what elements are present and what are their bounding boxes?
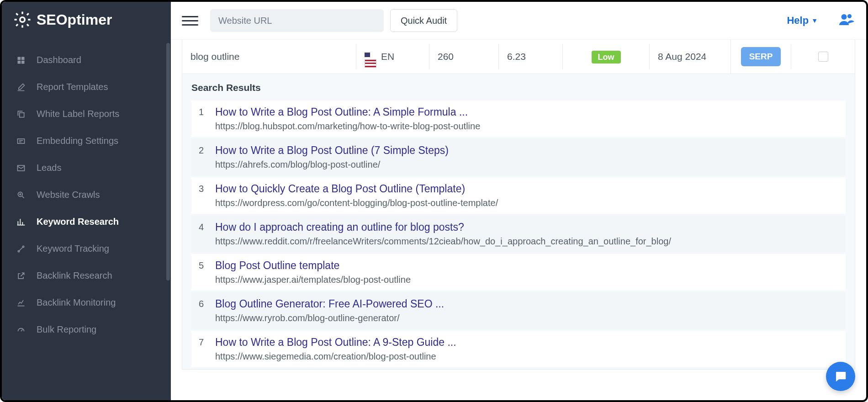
result-rank: 2: [199, 144, 215, 170]
result-title-link[interactable]: How to Write a Blog Post Outline: A 9-St…: [215, 336, 838, 349]
sidebar-item-dashboard[interactable]: Dashboard: [2, 47, 171, 74]
sidebar-item-label: Keyword Tracking: [37, 243, 109, 254]
result-title-link[interactable]: Blog Outline Generator: Free AI-Powered …: [215, 298, 838, 310]
search-result-row: 7How to Write a Blog Post Outline: A 9-S…: [191, 331, 846, 367]
result-rank: 3: [199, 183, 215, 208]
svg-rect-5: [20, 112, 24, 117]
result-rank: 6: [199, 298, 215, 323]
search-result-row: 5Blog Post Outline templatehttps://www.j…: [191, 254, 846, 291]
sidebar-item-bulk-reporting[interactable]: Bulk Reporting: [2, 316, 171, 343]
help-menu[interactable]: Help ▼: [787, 15, 818, 26]
search-results-title: Search Results: [191, 82, 846, 93]
result-url: https://wordpress.com/go/content-bloggin…: [215, 198, 838, 208]
result-rank: 5: [199, 259, 215, 285]
gauge-icon: [15, 325, 27, 334]
result-body: Blog Post Outline templatehttps://www.ja…: [215, 259, 838, 285]
result-body: Blog Outline Generator: Free AI-Powered …: [215, 298, 838, 323]
sidebar-item-label: White Label Reports: [37, 109, 119, 119]
result-body: How to Write a Blog Post Outline: A Simp…: [215, 106, 838, 132]
serp-cell: SERP: [730, 40, 791, 74]
result-title-link[interactable]: How to Write a Blog Post Outline (7 Simp…: [215, 144, 838, 157]
result-url: https://www.siegemedia.com/creation/blog…: [215, 351, 838, 362]
competition-badge: Low: [592, 51, 621, 63]
brand-name: SEOptimer: [37, 11, 112, 28]
sidebar-item-label: Report Templates: [37, 82, 108, 92]
gear-arrows-icon: [13, 10, 32, 29]
search-results-panel: Search Results 1How to Write a Blog Post…: [182, 74, 855, 370]
chat-widget[interactable]: [826, 362, 855, 391]
date-cell: 8 Aug 2024: [649, 44, 730, 69]
result-body: How to Write a Blog Post Outline: A 9-St…: [215, 336, 838, 362]
keyword-row: blog outline EN 260 6.23 Low 8 Aug 2024 …: [182, 40, 855, 74]
sidebar-item-embedding[interactable]: Embedding Settings: [2, 127, 171, 154]
svg-rect-1: [18, 57, 21, 60]
search-result-row: 1How to Write a Blog Post Outline: A Sim…: [191, 100, 846, 137]
sidebar-item-label: Backlink Monitoring: [37, 297, 116, 308]
bar-chart-icon: [15, 217, 27, 227]
main: Quick Audit Help ▼ blog outline EN: [171, 2, 866, 400]
sidebar-item-keyword-research[interactable]: Keyword Research: [2, 208, 171, 235]
topbar: Quick Audit Help ▼: [171, 2, 866, 40]
svg-rect-6: [18, 139, 25, 143]
result-rank: 4: [199, 221, 215, 247]
row-checkbox[interactable]: [818, 52, 828, 62]
svg-point-9: [18, 250, 19, 252]
competition-cell: Low: [562, 44, 649, 69]
external-link-icon: [15, 271, 27, 280]
svg-rect-3: [18, 60, 21, 63]
sidebar-item-keyword-tracking[interactable]: Keyword Tracking: [2, 235, 171, 262]
sidebar-item-leads[interactable]: Leads: [2, 154, 171, 181]
result-url: https://www.jasper.ai/templates/blog-pos…: [215, 275, 838, 285]
search-result-row: 6Blog Outline Generator: Free AI-Powered…: [191, 292, 846, 329]
result-body: How to Quickly Create a Blog Post Outlin…: [215, 183, 838, 208]
us-flag-icon: [365, 53, 376, 61]
quick-audit-button[interactable]: Quick Audit: [390, 9, 457, 32]
language-cell: EN: [356, 44, 429, 69]
nav: Dashboard Report Templates White Label R…: [2, 37, 171, 343]
sidebar: SEOptimer Dashboard Report Templates Whi…: [2, 2, 171, 400]
volume-cell: 260: [429, 44, 498, 69]
result-title-link[interactable]: How to Write a Blog Post Outline: A Simp…: [215, 106, 838, 118]
sidebar-item-label: Keyword Research: [37, 217, 119, 227]
language-code: EN: [381, 51, 394, 62]
menu-toggle-icon[interactable]: [182, 12, 198, 29]
result-rank: 7: [199, 336, 215, 362]
sidebar-item-label: Backlink Research: [37, 270, 112, 281]
help-label: Help: [787, 15, 809, 26]
checkbox-cell: [791, 44, 855, 69]
result-body: How do I approach creating an outline fo…: [215, 221, 838, 247]
result-title-link[interactable]: How do I approach creating an outline fo…: [215, 221, 838, 233]
sidebar-item-label: Dashboard: [37, 55, 81, 65]
website-url-input[interactable]: [210, 9, 384, 32]
sidebar-item-report-templates[interactable]: Report Templates: [2, 74, 171, 100]
chat-icon: [834, 370, 847, 383]
keyword-cell: blog outline: [182, 44, 356, 69]
mail-icon: [15, 164, 27, 173]
embed-icon: [15, 137, 27, 146]
search-result-row: 4How do I approach creating an outline f…: [191, 216, 846, 252]
sidebar-item-label: Bulk Reporting: [37, 324, 96, 335]
sidebar-item-backlink-monitoring[interactable]: Backlink Monitoring: [2, 289, 171, 316]
sidebar-item-label: Leads: [37, 163, 62, 173]
result-url: https://www.reddit.com/r/freelanceWriter…: [215, 236, 838, 247]
svg-point-11: [842, 14, 847, 20]
result-title-link[interactable]: Blog Post Outline template: [215, 259, 838, 272]
users-icon[interactable]: [837, 11, 855, 30]
sidebar-item-white-label[interactable]: White Label Reports: [2, 100, 171, 127]
result-title-link[interactable]: How to Quickly Create a Blog Post Outlin…: [215, 183, 838, 195]
result-url: https://ahrefs.com/blog/blog-post-outlin…: [215, 159, 838, 170]
sidebar-item-crawls[interactable]: Website Crawls: [2, 181, 171, 208]
brand-logo[interactable]: SEOptimer: [2, 2, 171, 37]
difficulty-cell: 6.23: [498, 44, 562, 69]
serp-button[interactable]: SERP: [741, 47, 781, 66]
caret-down-icon: ▼: [811, 17, 818, 24]
zoom-icon: [15, 190, 27, 200]
svg-point-12: [847, 14, 852, 18]
search-results-list: 1How to Write a Blog Post Outline: A Sim…: [191, 100, 846, 367]
sidebar-scrollbar[interactable]: [166, 43, 170, 280]
result-url: https://www.ryrob.com/blog-outline-gener…: [215, 313, 838, 323]
sidebar-item-label: Embedding Settings: [37, 136, 118, 146]
dashboard-icon: [15, 56, 27, 65]
svg-point-0: [20, 17, 25, 22]
sidebar-item-backlink-research[interactable]: Backlink Research: [2, 262, 171, 289]
